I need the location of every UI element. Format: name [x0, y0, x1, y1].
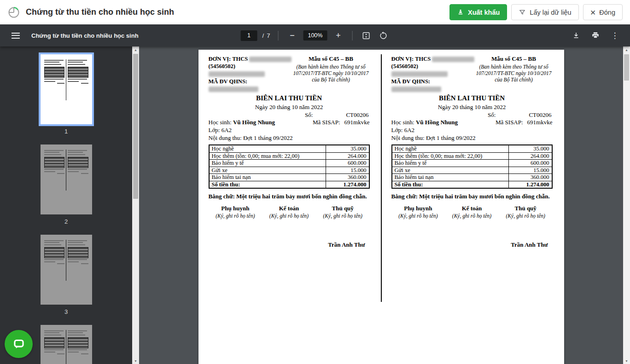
- app-header: Chứng từ thu tiền cho nhiều học sinh Xuấ…: [0, 0, 630, 24]
- receipt-copy-right: ĐƠN VỊ: THCS (54560502) MÃ ĐV QHNS: Mẫu …: [381, 50, 564, 364]
- scroll-up-icon[interactable]: ▲: [623, 46, 630, 53]
- chat-button[interactable]: [5, 330, 33, 358]
- signature-column: Kế toán (Ký, ghi rõ họ tên): [445, 205, 499, 220]
- cashier-name: Trần Anh Thư: [511, 241, 548, 249]
- header-actions: Xuất khẩu Lấy lại dữ liệu × Đóng: [449, 4, 623, 20]
- receipt-no-label: Số:: [305, 111, 313, 119]
- thumbnail-page-number: 2: [64, 218, 68, 225]
- redacted-address: [391, 71, 448, 77]
- signature-column: Kế toán (Ký, ghi rõ họ tên): [262, 205, 316, 220]
- document-viewer: ĐƠN VỊ: THCS (54560502) MÃ ĐV QHNS: Mẫu …: [139, 46, 630, 364]
- thumbnail-preview: [41, 54, 92, 124]
- sidebar-scrollbar[interactable]: ▲ ▼: [132, 46, 139, 364]
- page-number-input[interactable]: [241, 30, 257, 41]
- zoom-out-button[interactable]: −: [286, 29, 298, 41]
- fee-name: Bảo hiểm y tế: [392, 160, 509, 167]
- viewer-content: 1: [0, 46, 630, 364]
- receipt-no-value: CT00206: [529, 111, 551, 119]
- zoom-level[interactable]: 100%: [303, 30, 327, 40]
- thumbnail-page-number: 1: [64, 128, 68, 135]
- sisap-label: Mã SISAP:: [313, 119, 340, 127]
- sisap-value: 691mkvke: [527, 119, 553, 127]
- fee-row: Học nghề 35.000: [209, 145, 369, 152]
- redacted-qhns-code: [391, 87, 441, 92]
- thumbnail-page-number: 3: [64, 308, 68, 315]
- signature-role: Thủ quỹ: [499, 205, 553, 213]
- signature-note: (Ký, ghi rõ họ tên): [316, 213, 370, 220]
- fee-row: Học nghề 35.000: [392, 145, 552, 152]
- page-thumbnail[interactable]: 1: [41, 54, 92, 144]
- scroll-down-icon[interactable]: ▼: [623, 358, 630, 364]
- pdf-page: ĐƠN VỊ: THCS (54560502) MÃ ĐV QHNS: Mẫu …: [198, 50, 564, 364]
- receipt-no-label: Số:: [488, 111, 496, 119]
- stamp-icon: [457, 9, 464, 16]
- fee-amount: 35.000: [326, 145, 369, 152]
- signature-note: (Ký, ghi rõ họ tên): [262, 213, 316, 220]
- report-icon: [7, 6, 20, 19]
- page-count: / 7: [262, 32, 270, 39]
- fee-amount: 600.000: [509, 160, 552, 167]
- thumbnail-sidebar: 1: [0, 46, 139, 364]
- fee-row: Bảo hiểm y tế 600.000: [209, 160, 369, 167]
- cashier-name: Trần Anh Thư: [328, 241, 365, 249]
- scroll-down-icon[interactable]: ▼: [132, 358, 139, 364]
- student-name: Vũ Hồng Nhung: [416, 119, 458, 126]
- rotate-button[interactable]: [377, 29, 389, 41]
- download-button[interactable]: [570, 29, 582, 41]
- fee-row: Bảo hiểm tai nạn 360.000: [392, 174, 552, 181]
- close-icon: ×: [590, 8, 596, 17]
- total-label: Số tiền thu:: [209, 181, 326, 188]
- sisap-value: 691mkvke: [344, 119, 370, 127]
- signature-role: Kế toán: [445, 205, 499, 213]
- fee-row: Gửi xe 15.000: [209, 167, 369, 174]
- document-scrollbar[interactable]: ▲ ▼: [623, 46, 630, 364]
- reload-data-button[interactable]: Lấy lại dữ liệu: [511, 4, 578, 20]
- toolbar-center-controls: / 7 − 100% +: [241, 29, 390, 41]
- signature-column: Phụ huynh (Ký, ghi rõ họ tên): [209, 205, 262, 220]
- fee-amount: 600.000: [326, 160, 369, 167]
- print-icon: [591, 31, 600, 40]
- total-label: Số tiền thu:: [392, 181, 509, 188]
- scroll-up-icon[interactable]: ▲: [132, 46, 139, 53]
- page-thumbnail[interactable]: 2: [41, 144, 92, 235]
- signature-column: Thủ quỹ (Ký, ghi rõ họ tên): [316, 205, 370, 220]
- fee-total-row: Số tiền thu: 1.274.000: [209, 181, 369, 188]
- fee-name: Bảo hiểm y tế: [209, 160, 326, 167]
- class-line: Lớp: 6A2: [209, 127, 370, 134]
- more-options-button[interactable]: ⋮: [609, 29, 621, 41]
- print-button[interactable]: [589, 29, 601, 41]
- signature-role: Phụ huynh: [391, 205, 445, 213]
- signature-role: Thủ quỹ: [316, 205, 370, 213]
- page-thumbnail[interactable]: 4: [41, 325, 92, 364]
- close-button[interactable]: × Đóng: [583, 4, 623, 20]
- sidebar-scrollbar-thumb[interactable]: [133, 54, 138, 199]
- chat-bubble-icon: [11, 336, 27, 352]
- sidebar-toggle-button[interactable]: [6, 26, 25, 45]
- signature-note: (Ký, ghi rõ họ tên): [499, 213, 553, 220]
- fee-amount: 360.000: [509, 174, 552, 181]
- document-scrollbar-thumb[interactable]: [624, 54, 629, 81]
- fee-total-row: Số tiền thu: 1.274.000: [392, 181, 552, 188]
- export-button-label: Xuất khẩu: [468, 9, 500, 16]
- thumbnail-preview: [41, 235, 92, 305]
- fit-page-button[interactable]: [360, 29, 372, 41]
- fee-row: Bảo hiểm tai nạn 360.000: [209, 174, 369, 181]
- form-note: (Ban hành kèm theo Thông tư số 107/2017/…: [292, 64, 370, 83]
- reload-button-label: Lấy lại dữ liệu: [530, 9, 571, 16]
- content-line: Nội dung thu: Đợt 1 tháng 09/2022: [391, 134, 553, 142]
- signature-role: Phụ huynh: [209, 205, 262, 213]
- thumbnail-preview: [41, 144, 92, 214]
- zoom-in-button[interactable]: +: [332, 29, 344, 41]
- fee-name: Học nghề: [392, 145, 509, 152]
- qhns-label: MÃ ĐV QHNS:: [209, 78, 248, 85]
- export-button[interactable]: Xuất khẩu: [449, 4, 507, 20]
- form-note: (Ban hành kèm theo Thông tư số 107/2017/…: [475, 64, 553, 83]
- fee-table: Học nghề 35.000 Học thêm (tồn: 0,00; mua…: [209, 144, 370, 189]
- page-thumbnail[interactable]: 3: [41, 235, 92, 325]
- fee-amount: 264.000: [509, 152, 552, 160]
- class-line: Lớp: 6A2: [391, 127, 553, 134]
- document-title: Chứng từ thu tiền cho nhiều học sinh: [31, 32, 139, 39]
- redacted-unit-name: [432, 57, 474, 62]
- fee-name: Học nghề: [209, 145, 326, 152]
- signature-block: Phụ huynh (Ký, ghi rõ họ tên) Kế toán (K…: [209, 205, 370, 220]
